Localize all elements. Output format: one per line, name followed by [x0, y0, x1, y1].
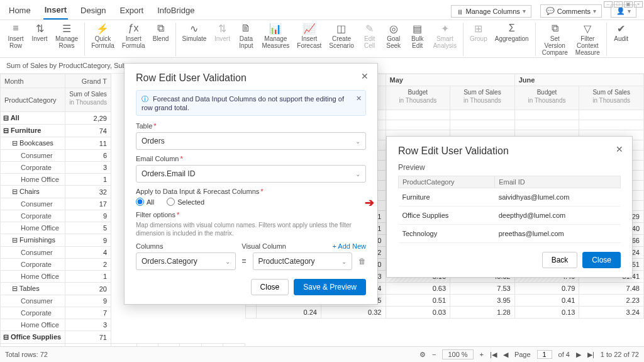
group-button[interactable]: ⊞Group [466, 21, 491, 57]
page-first-button[interactable]: |◀ [490, 351, 497, 359]
month-may: May [386, 74, 514, 86]
page-next-button[interactable]: ▶ [576, 351, 581, 359]
simulate-button[interactable]: ∿Simulate [179, 21, 211, 57]
tab-infobridge[interactable]: InfoBridge [156, 3, 196, 19]
tab-export[interactable]: Export [119, 3, 145, 19]
page-label: Page [514, 351, 531, 358]
analysis-icon: ✦ [441, 23, 449, 34]
quick-formula-button[interactable]: ⚡Quick Formula [87, 21, 118, 57]
preview-dialog: Row Edit User Validation ✕ Preview Produ… [386, 136, 633, 278]
manage-columns-button[interactable]: ⫼Manage Columns▾ [451, 5, 531, 18]
insert-forecast-button[interactable]: 📈Insert Forecast [293, 21, 325, 57]
data-input-button[interactable]: 🗎Data Input [234, 21, 258, 57]
radio-all[interactable]: All [136, 198, 154, 206]
bolt-icon: ⚡ [96, 23, 109, 34]
radio-selected[interactable]: Selected [167, 198, 204, 206]
zoom-out-button[interactable]: − [432, 351, 436, 358]
info-icon: ⓘ [142, 95, 148, 103]
columns-icon: ⫼ [457, 8, 464, 15]
win-restore-icon[interactable]: ▣ [624, 1, 633, 8]
email-column-select[interactable]: Orders.Email ID⌄ [136, 165, 366, 183]
bulk-edit-icon: ▤ [413, 23, 422, 34]
aggregation-button[interactable]: ΣAggregation [491, 21, 533, 57]
blend-icon: ⧉ [157, 23, 164, 34]
invert-button[interactable]: ⇅Invert [28, 21, 52, 57]
invert-icon: ⇅ [218, 23, 226, 34]
preview-head-email: Email ID [495, 176, 621, 188]
chevron-down-icon: ⌄ [341, 258, 347, 265]
filter-context-button[interactable]: ▽Filter Context Measure [572, 21, 604, 57]
info-banner: ⓘ Forecast and Data Input Columns do not… [136, 90, 366, 116]
save-preview-button[interactable]: Save & Preview [294, 279, 366, 295]
simulate-icon: ∿ [190, 23, 198, 34]
table-row[interactable]: Corporate7 [1, 307, 245, 319]
set-version-compare-button[interactable]: ⧉Set Version Compare [538, 21, 572, 57]
win-min-icon[interactable]: – [604, 1, 613, 8]
preview-head-category: ProductCategory [399, 176, 495, 188]
close-button-primary[interactable]: Close [582, 252, 621, 268]
win-max-icon[interactable]: □ [614, 1, 623, 8]
audit-button[interactable]: ✔Audit [609, 21, 633, 57]
tab-design[interactable]: Design [79, 3, 107, 19]
invert2-button[interactable]: ⇅Invert [210, 21, 234, 57]
table-row[interactable]: ⊟ Office Supplies71 [1, 331, 245, 344]
preview-subtitle: Preview [398, 163, 621, 172]
chevron-down-icon: ⌄ [355, 138, 360, 145]
bulk-edit-button[interactable]: ▤Bulk Edit [406, 21, 430, 57]
aggregation-icon: Σ [509, 23, 515, 34]
comment-icon: 💬 [546, 7, 555, 15]
columns-label: Columns [136, 242, 221, 250]
preview-row: Office Suppliesdeepthyd@lumel.com [399, 206, 621, 225]
scenario-icon: ◫ [336, 23, 346, 34]
zoom-level[interactable]: 100 % [442, 349, 473, 359]
audit-icon: ✔ [617, 23, 625, 34]
table-row[interactable]: Home Office3 [1, 319, 245, 331]
smart-analysis-button[interactable]: ✦Smart Analysis [430, 21, 460, 57]
tab-insert[interactable]: Insert [43, 3, 68, 20]
row-range-label: 1 to 22 of 72 [601, 351, 639, 358]
page-prev-button[interactable]: ◀ [503, 351, 508, 359]
comments-button[interactable]: 💬Comments▾ [540, 4, 602, 18]
insert-formula-button[interactable]: ƒxInsert Formula [118, 21, 149, 57]
table-select[interactable]: Orders⌄ [136, 132, 366, 150]
close-icon[interactable]: ✕ [361, 71, 369, 81]
email-column-label: Email Column [136, 155, 366, 162]
manage-measures-button[interactable]: 📊Manage Measures [258, 21, 293, 57]
banner-close-icon[interactable]: ✕ [356, 94, 362, 103]
edit-cell-button[interactable]: ✎Edit Cell [358, 21, 382, 57]
back-button[interactable]: Back [542, 252, 578, 268]
manage-rows-button[interactable]: ☰Manage Rows [52, 21, 82, 57]
close-button[interactable]: Close [251, 279, 289, 295]
columns-select[interactable]: Orders.Category⌄ [136, 252, 236, 270]
total-rows-label: Total rows: 72 [5, 351, 48, 358]
grand-total-header: Grand T [65, 74, 111, 88]
close-icon[interactable]: ✕ [616, 144, 623, 154]
pointer-arrow-icon: ➔ [365, 196, 374, 210]
blend-button[interactable]: ⧉Blend [149, 21, 173, 57]
zoom-in-button[interactable]: + [480, 351, 484, 358]
gear-icon[interactable]: ⚙ [419, 351, 426, 359]
table-row[interactable]: 0.240.320.031.280.133.24 [245, 307, 643, 319]
forecast-icon: 📈 [303, 23, 316, 34]
page-last-button[interactable]: ▶| [587, 351, 594, 359]
delete-icon[interactable]: 🗑 [358, 257, 366, 266]
visual-column-select[interactable]: ProductCategory⌄ [253, 252, 353, 270]
win-close-icon[interactable]: × [634, 1, 643, 8]
preview-title: Row Edit User Validation [398, 145, 621, 157]
add-new-link[interactable]: + Add New [333, 242, 367, 250]
page-input[interactable] [537, 350, 552, 359]
tab-home[interactable]: Home [8, 3, 32, 19]
status-bar: Total rows: 72 ⚙ − 100 % + |◀ ◀ Page of … [0, 346, 644, 362]
page-of-label: of 4 [558, 351, 570, 358]
filter-options-label: Filter options [136, 211, 366, 218]
month-june: June [514, 74, 643, 86]
chevron-down-icon: ⌄ [225, 258, 230, 265]
window-controls: –□▣× [604, 1, 643, 8]
table-label: Table [136, 122, 366, 130]
compare-icon: ⧉ [552, 23, 558, 34]
insert-row-button[interactable]: ≡Insert Row [4, 21, 28, 57]
filter-icon: ▽ [584, 23, 591, 34]
goal-seek-button[interactable]: ◎Goal Seek [382, 21, 406, 57]
create-scenario-button[interactable]: ◫Create Scenario [325, 21, 357, 57]
equals-icon: = [242, 257, 247, 266]
